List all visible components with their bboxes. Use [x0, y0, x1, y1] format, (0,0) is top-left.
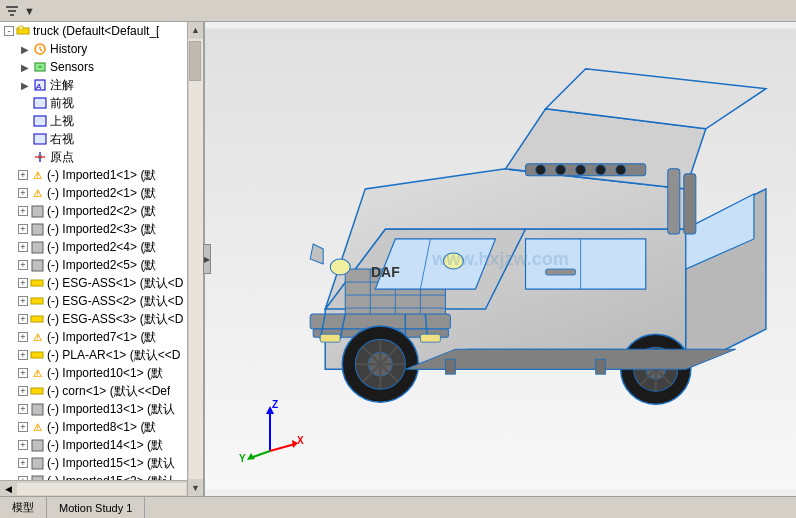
svg-rect-13	[34, 116, 46, 126]
i2-2-expand[interactable]: +	[18, 206, 28, 216]
part-icon-2	[29, 221, 45, 237]
tree-item-imported1-1[interactable]: + ⚠ (-) Imported1<1> (默	[0, 166, 203, 184]
tree-item-esg-ass2[interactable]: + (-) ESG-ASS<2> (默认<D	[0, 292, 203, 310]
panel-collapse-arrow[interactable]: ▶	[203, 244, 211, 274]
history-expand-icon[interactable]: ▶	[18, 42, 32, 56]
bottom-bar: 模型 Motion Study 1	[0, 496, 796, 518]
feature-tree-panel: - truck (Default<Default_[ ▶	[0, 22, 205, 496]
tree-item-imported2-1[interactable]: + ⚠ (-) Imported2<1> (默	[0, 184, 203, 202]
tree-root-item[interactable]: - truck (Default<Default_[	[0, 22, 203, 40]
tree-item-esg-ass1[interactable]: + (-) ESG-ASS<1> (默认<D	[0, 274, 203, 292]
svg-rect-27	[32, 404, 43, 415]
tree-item-corn1[interactable]: + (-) corn<1> (默认<<Def	[0, 382, 203, 400]
svg-rect-64	[668, 169, 680, 234]
tab-model[interactable]: 模型	[0, 497, 47, 518]
esg-ass2-label: (-) ESG-ASS<2> (默认<D	[47, 293, 183, 310]
scroll-thumb[interactable]	[189, 41, 201, 81]
i10-expand[interactable]: +	[18, 368, 28, 378]
tree-item-right-view[interactable]: 右视	[0, 130, 203, 148]
tree-item-imported15-1[interactable]: + (-) Imported15<1> (默认	[0, 454, 203, 472]
tree-item-top-view[interactable]: 上视	[0, 112, 203, 130]
tree-item-imported13-1[interactable]: + (-) Imported13<1> (默认	[0, 400, 203, 418]
tree-item-imported15-2[interactable]: + (-) Imported15<2> (默认	[0, 472, 203, 480]
tree-item-annotations[interactable]: ▶ A 注解	[0, 76, 203, 94]
imported2-3-label: (-) Imported2<3> (默	[47, 221, 156, 238]
tree-item-imported2-4[interactable]: + (-) Imported2<4> (默	[0, 238, 203, 256]
top-view-label: 上视	[50, 113, 74, 130]
pla-expand[interactable]: +	[18, 350, 28, 360]
svg-rect-23	[31, 298, 43, 304]
sensors-expand-icon[interactable]: ▶	[18, 60, 32, 74]
svg-text:Y: Y	[239, 453, 246, 464]
root-expand-icon[interactable]: -	[4, 26, 14, 36]
imported2-1-label: (-) Imported2<1> (默	[47, 185, 156, 202]
tree-item-pla-ar1[interactable]: + (-) PLA-AR<1> (默认<<D	[0, 346, 203, 364]
esg1-expand[interactable]: +	[18, 278, 28, 288]
sensors-icon	[32, 59, 48, 75]
tree-item-history[interactable]: ▶ History	[0, 40, 203, 58]
svg-rect-20	[32, 242, 43, 253]
svg-rect-25	[31, 352, 43, 358]
history-label: History	[50, 42, 87, 56]
i1-expand[interactable]: +	[18, 170, 28, 180]
svg-text:DAF: DAF	[371, 264, 400, 280]
tv-expand-icon	[18, 114, 32, 128]
svg-rect-65	[684, 174, 696, 234]
svg-text:X: X	[297, 435, 304, 446]
filter-icon[interactable]	[4, 3, 20, 19]
tab-motion-study[interactable]: Motion Study 1	[47, 497, 145, 518]
fv-expand-icon	[18, 96, 32, 110]
filter-dropdown[interactable]: ▼	[24, 5, 35, 17]
tree-item-front-view[interactable]: 前视	[0, 94, 203, 112]
3d-viewport[interactable]: DAF www.hxjzw.com Z X	[205, 22, 796, 496]
corn1-label: (-) corn<1> (默认<<Def	[47, 383, 170, 400]
esg3-expand[interactable]: +	[18, 314, 28, 324]
i2-1-expand[interactable]: +	[18, 188, 28, 198]
tree-item-origin[interactable]: 原点	[0, 148, 203, 166]
i7-expand[interactable]: +	[18, 332, 28, 342]
corn-expand[interactable]: +	[18, 386, 28, 396]
tree-item-imported10-1[interactable]: + ⚠ (-) Imported10<1> (默	[0, 364, 203, 382]
i8-expand[interactable]: +	[18, 422, 28, 432]
sensors-label: Sensors	[50, 60, 94, 74]
svg-rect-12	[34, 98, 46, 108]
scroll-track[interactable]	[189, 39, 203, 479]
annotations-expand-icon[interactable]: ▶	[18, 78, 32, 92]
svg-line-92	[270, 444, 295, 451]
tree-item-imported2-5[interactable]: + (-) Imported2<5> (默	[0, 256, 203, 274]
tree-item-imported2-3[interactable]: + (-) Imported2<3> (默	[0, 220, 203, 238]
esg2-expand[interactable]: +	[18, 296, 28, 306]
assembly-icon-5	[29, 383, 45, 399]
svg-point-63	[616, 165, 626, 175]
i2-5-expand[interactable]: +	[18, 260, 28, 270]
warn-icon-1: ⚠	[29, 167, 45, 183]
hscroll-track[interactable]	[17, 483, 186, 495]
annotations-icon: A	[32, 77, 48, 93]
i13-expand[interactable]: +	[18, 404, 28, 414]
svg-rect-85	[320, 334, 340, 342]
tree-item-imported2-2[interactable]: + (-) Imported2<2> (默	[0, 202, 203, 220]
origin-icon	[32, 149, 48, 165]
tree-item-sensors[interactable]: ▶ Sensors	[0, 58, 203, 76]
imported14-1-label: (-) Imported14<1> (默	[47, 437, 163, 454]
tree-container[interactable]: - truck (Default<Default_[ ▶	[0, 22, 203, 480]
svg-text:Z: Z	[272, 399, 278, 410]
scroll-up-arrow[interactable]: ▲	[188, 22, 204, 38]
i14-expand[interactable]: +	[18, 440, 28, 450]
svg-rect-18	[32, 206, 43, 217]
hscroll-left[interactable]: ◀	[0, 481, 16, 497]
assembly-icon-1	[29, 275, 45, 291]
svg-rect-2	[10, 14, 14, 16]
tree-item-imported7-1[interactable]: + ⚠ (-) Imported7<1> (默	[0, 328, 203, 346]
rv-expand-icon	[18, 132, 32, 146]
scroll-down-arrow[interactable]: ▼	[188, 480, 204, 496]
i2-4-expand[interactable]: +	[18, 242, 28, 252]
i15-1-expand[interactable]: +	[18, 458, 28, 468]
tree-item-imported14-1[interactable]: + (-) Imported14<1> (默	[0, 436, 203, 454]
i2-3-expand[interactable]: +	[18, 224, 28, 234]
assembly-icon	[15, 23, 31, 39]
tree-item-imported8-1[interactable]: + ⚠ (-) Imported8<1> (默	[0, 418, 203, 436]
part-icon-8	[29, 473, 45, 480]
tree-item-esg-ass3[interactable]: + (-) ESG-ASS<3> (默认<D	[0, 310, 203, 328]
imported15-2-label: (-) Imported15<2> (默认	[47, 473, 175, 481]
